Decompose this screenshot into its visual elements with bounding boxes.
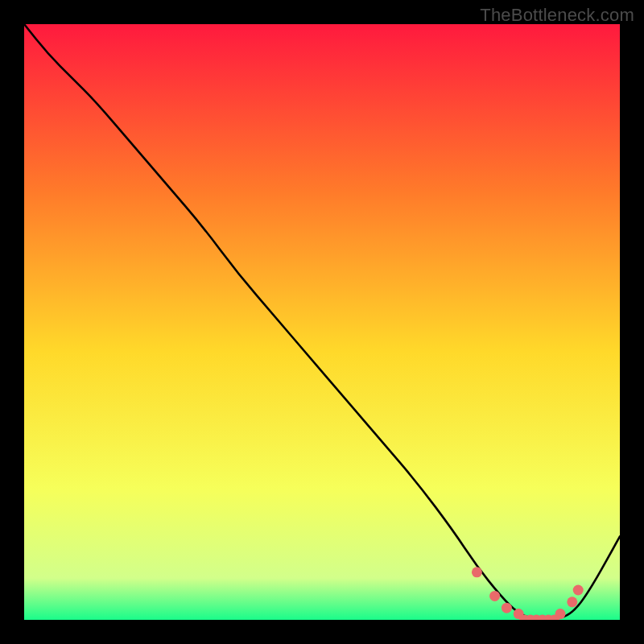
marker-dot <box>489 591 500 601</box>
marker-dot <box>502 603 512 613</box>
plot-area <box>24 24 620 620</box>
chart-svg <box>24 24 620 620</box>
watermark-text: TheBottleneck.com <box>480 5 634 26</box>
marker-dot <box>567 597 577 607</box>
marker-dot <box>472 567 482 577</box>
chart-frame: TheBottleneck.com <box>0 0 644 644</box>
marker-dot <box>555 609 566 619</box>
marker-dot <box>573 585 584 596</box>
gradient-background <box>24 24 620 620</box>
